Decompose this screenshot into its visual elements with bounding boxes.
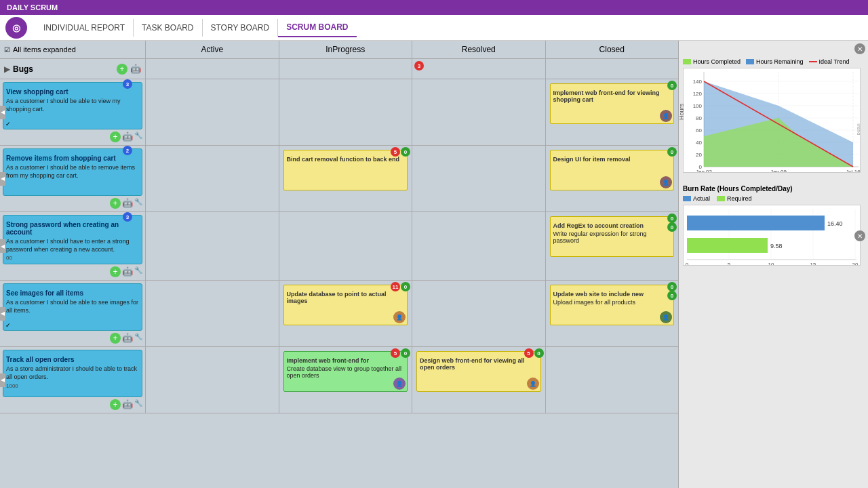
cell-remove-items-closed: 0Design UI for item removal👤 xyxy=(546,146,679,211)
small-btn-remove-items[interactable]: 🔧 xyxy=(134,198,142,209)
svg-text:60: 60 xyxy=(696,127,702,134)
story-actions-view-shopping-cart: +🤖🔧 xyxy=(3,131,142,142)
nav-scrum-board[interactable]: SCRUM BOARD xyxy=(278,18,356,37)
tc-avatar: 👤 xyxy=(660,110,672,122)
add-task-btn-track-orders[interactable]: + xyxy=(110,399,121,410)
svg-text:9.58: 9.58 xyxy=(770,243,783,249)
story-card-track-orders[interactable]: Track all open ordersAs a store administ… xyxy=(3,350,142,397)
add-task-btn-view-shopping-cart[interactable]: + xyxy=(110,131,121,142)
svg-text:Jan 02: Jan 02 xyxy=(696,169,713,173)
cell-remove-items-resolved xyxy=(412,146,546,211)
expand-toggle[interactable]: ☑ All items expanded xyxy=(0,41,146,58)
tc-title: Bind cart removal function to back end xyxy=(287,156,405,163)
add-task-btn-remove-items[interactable]: + xyxy=(110,198,121,209)
tc-title: Update database to point to actual image… xyxy=(287,291,405,304)
small-btn-view-shopping-cart[interactable]: 🔧 xyxy=(134,131,142,142)
nav-left-track-orders[interactable]: ◀ xyxy=(0,373,5,387)
svg-text:20: 20 xyxy=(696,152,702,158)
tc-badge-red: 5 xyxy=(524,348,534,358)
cell-track-orders-active xyxy=(146,347,279,413)
task-card-track-orders-inprogress-0[interactable]: 50Implement web front-end forCreate data… xyxy=(283,351,408,392)
story-actions-remove-items: +🤖🔧 xyxy=(3,198,142,209)
task-card-see-images-closed-0[interactable]: 00Update web site to include newUpload i… xyxy=(550,285,675,325)
robot-btn-strong-password[interactable]: 🤖 xyxy=(122,266,133,277)
legend-remaining-dot xyxy=(746,59,754,64)
svg-text:40: 40 xyxy=(696,140,702,146)
add-task-btn-strong-password[interactable]: + xyxy=(110,266,121,277)
robot-btn-see-images[interactable]: 🤖 xyxy=(122,333,133,344)
board-content: ▶ Bugs + 🤖 3 3View shopping cartAs a cus… xyxy=(0,59,678,488)
tc-avatar: 👤 xyxy=(393,311,406,323)
svg-text:140: 140 xyxy=(693,79,703,85)
cell-see-images-inprogress: 110Update database to point to actual im… xyxy=(279,281,413,346)
story-card-see-images[interactable]: See images for all itemsAs a customer I … xyxy=(3,283,142,331)
tc-avatar: 👤 xyxy=(660,176,672,188)
nav-left-strong-password[interactable]: ◀ xyxy=(0,239,5,253)
small-btn-see-images[interactable]: 🔧 xyxy=(134,333,142,344)
svg-text:120: 120 xyxy=(693,91,703,97)
svg-text:10: 10 xyxy=(768,262,774,266)
column-headers: Active InProgress Resolved Closed xyxy=(146,41,678,58)
story-card-strong-password[interactable]: 3Strong password when creating an accoun… xyxy=(3,215,142,264)
svg-text:20: 20 xyxy=(852,262,859,266)
story-title-track-orders: Track all open orders xyxy=(6,356,139,363)
nav-left-remove-items[interactable]: ◀ xyxy=(0,172,5,186)
tc-badge-green: 0 xyxy=(401,147,410,157)
svg-text:Jul 16: Jul 16 xyxy=(846,169,861,173)
cell-view-shopping-cart-closed: 0Implement web front-end for viewing sho… xyxy=(546,79,679,145)
task-card-view-shopping-cart-closed-0[interactable]: 0Implement web front-end for viewing sho… xyxy=(550,83,675,124)
nav-task-board[interactable]: TASK BOARD xyxy=(134,19,202,37)
robot-btn-track-orders[interactable]: 🤖 xyxy=(122,399,133,410)
story-left-remove-items: 2Remove items from shopping cartAs a cus… xyxy=(0,146,146,211)
cell-view-shopping-cart-resolved xyxy=(412,79,546,145)
robot-btn-remove-items[interactable]: 🤖 xyxy=(122,198,133,209)
task-card-track-orders-resolved-0[interactable]: 50Design web front-end for viewing all o… xyxy=(416,351,541,392)
story-num-track-orders: 1000 xyxy=(6,383,139,389)
cell-remove-items-active xyxy=(146,146,279,211)
bugs-active-cell xyxy=(146,59,279,79)
svg-text:16.40: 16.40 xyxy=(827,220,843,227)
burndown-chart-svg: 0 20 40 60 80 100 120 140 Jan 02 Jan 09 … xyxy=(683,68,861,173)
close-right-panel-btn[interactable]: ✕ xyxy=(854,43,865,54)
story-cells-strong-password: 00Add RegEx to account creationWrite reg… xyxy=(146,212,678,280)
task-card-strong-password-closed-0[interactable]: 00Add RegEx to account creationWrite reg… xyxy=(550,216,675,257)
story-badge-blue-remove-items: 2 xyxy=(123,146,132,155)
tc-badge-green: 0 xyxy=(667,214,677,223)
tc-sub: Write regular expression for strong pass… xyxy=(553,230,671,244)
burn-required-label: Required xyxy=(727,195,752,202)
add-bug-btn[interactable]: + xyxy=(117,64,127,75)
task-card-remove-items-closed-0[interactable]: 0Design UI for item removal👤 xyxy=(550,150,675,190)
svg-text:0: 0 xyxy=(686,262,689,266)
small-btn-strong-password[interactable]: 🔧 xyxy=(134,266,142,277)
nav-left-see-images[interactable]: ◀ xyxy=(0,307,5,321)
tc-sub: Upload images for all products xyxy=(553,299,671,306)
nav-arrow-bugs[interactable]: ▶ xyxy=(4,64,10,74)
burndown-chart-container: Hours 0 20 40 60 80 100 120 xyxy=(683,68,864,174)
task-card-remove-items-inprogress-0[interactable]: 50Bind cart removal function to back end xyxy=(283,150,408,190)
story-cells-see-images: 110Update database to point to actual im… xyxy=(146,281,678,346)
nav-individual-report[interactable]: INDIVIDUAL REPORT xyxy=(35,19,134,37)
robot-bug-btn[interactable]: 🤖 xyxy=(130,64,141,74)
nav-story-board[interactable]: STORY BOARD xyxy=(203,19,279,37)
burn-actual-dot xyxy=(683,196,691,201)
story-left-track-orders: Track all open ordersAs a store administ… xyxy=(0,347,146,413)
add-task-btn-see-images[interactable]: + xyxy=(110,333,121,344)
tc-avatar: 👤 xyxy=(393,378,406,390)
tc-badge-green2: 0 xyxy=(667,222,677,232)
task-card-see-images-inprogress-0[interactable]: 110Update database to point to actual im… xyxy=(283,285,408,325)
expand-label: All items expanded xyxy=(13,45,76,54)
robot-btn-view-shopping-cart[interactable]: 🤖 xyxy=(122,131,133,142)
story-card-remove-items[interactable]: 2Remove items from shopping cartAs a cus… xyxy=(3,148,142,196)
nav-left-view-shopping-cart[interactable]: ◀ xyxy=(0,106,5,119)
y-axis-label: Hours xyxy=(678,104,685,120)
story-card-view-shopping-cart[interactable]: 3View shopping cartAs a customer I shoul… xyxy=(3,82,142,129)
small-btn-track-orders[interactable]: 🔧 xyxy=(134,399,142,410)
cell-remove-items-inprogress: 50Bind cart removal function to back end xyxy=(279,146,413,211)
tc-avatar: 👤 xyxy=(660,311,672,323)
story-actions-track-orders: +🤖🔧 xyxy=(3,399,142,410)
tc-title: Implement web front-end for viewing shop… xyxy=(553,89,671,103)
main: ☑ All items expanded Active InProgress R… xyxy=(0,41,868,488)
tc-badge-green: 0 xyxy=(534,348,544,358)
story-left-view-shopping-cart: 3View shopping cartAs a customer I shoul… xyxy=(0,79,146,145)
close-right-panel-btn-2[interactable]: ✕ xyxy=(854,230,865,241)
